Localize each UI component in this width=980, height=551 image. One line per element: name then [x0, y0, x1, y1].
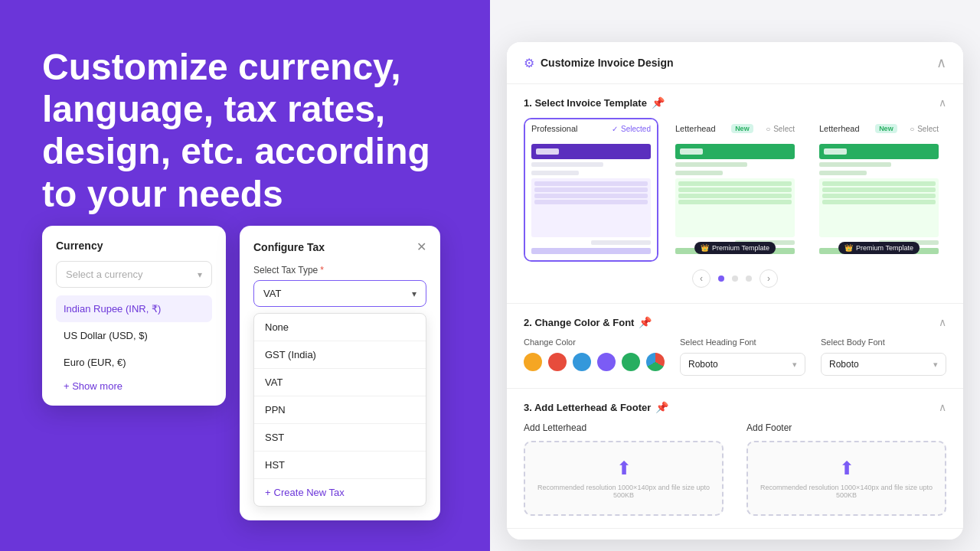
template-professional-name: Professional	[531, 124, 578, 133]
carousel-dot-2[interactable]	[732, 276, 738, 282]
carousel-dot-1[interactable]	[718, 276, 724, 282]
inv-table-row-4	[534, 200, 648, 204]
pdf-config-section: Final PDF Configurations ✓ Show Letterhe…	[507, 529, 963, 540]
heading-font-label: Select Heading Font	[680, 337, 805, 347]
add-letterhead-col: Add Letterhead ⬆ Recommended resolution …	[524, 422, 724, 516]
template-letterhead-1[interactable]: Letterhead New ○ Select	[668, 118, 802, 262]
pin-icon: 📌	[652, 96, 665, 109]
section-3-title: 3. Add Letterhead & Footer 📌	[524, 401, 668, 413]
upload-footer-icon: ⬆	[839, 458, 854, 479]
body-font-label: Select Body Font	[821, 337, 946, 347]
template-letterhead-1-preview: 👑 Premium Template	[669, 138, 801, 260]
tax-option-hst[interactable]: HST	[254, 452, 426, 479]
letterhead-upload-hint: Recommended resolution 1000×140px and fi…	[533, 484, 714, 499]
template-letterhead-2-preview: 👑 Premium Template	[813, 138, 945, 260]
select-action-2: ○ Select	[910, 125, 939, 133]
inv-table-3	[819, 178, 939, 237]
currency-option-eur[interactable]: Euro (EUR, €)	[56, 349, 212, 376]
carousel-prev[interactable]: ‹	[692, 269, 710, 288]
swatch-red[interactable]	[548, 353, 567, 371]
swatch-orange[interactable]	[524, 353, 542, 371]
tax-card-header: Configure Tax ✕	[253, 240, 426, 254]
template-professional[interactable]: Professional ✓ Selected	[524, 118, 658, 262]
template-letterhead-2[interactable]: Letterhead New ○ Select	[812, 118, 946, 262]
heading-font-select[interactable]: Roboto ▾	[680, 353, 805, 376]
body-font-select[interactable]: Roboto ▾	[821, 353, 946, 376]
inv-table-row-8	[678, 200, 792, 204]
letterhead-section: 3. Add Letterhead & Footer 📌 ∧ Add Lette…	[507, 389, 963, 529]
inv-table-row-3	[534, 194, 648, 198]
swatch-green[interactable]	[622, 353, 640, 371]
inv-row-8	[819, 171, 867, 175]
currency-options-list: Indian Rupee (INR, ₹) US Dollar (USD, $)…	[56, 295, 212, 376]
carousel-dot-3[interactable]	[746, 276, 752, 282]
collapse-icon[interactable]: ∧	[936, 54, 946, 71]
section-1-title: 1. Select Invoice Template 📌	[524, 96, 665, 109]
template-professional-preview	[525, 138, 657, 260]
tax-option-gst[interactable]: GST (India)	[254, 341, 426, 369]
show-more-link[interactable]: + Show more	[56, 380, 212, 392]
tax-type-dropdown[interactable]: VAT ▾	[253, 280, 426, 307]
currency-dropdown[interactable]: Select a currency ▾	[56, 261, 212, 288]
section-collapse-icon[interactable]: ∧	[939, 96, 946, 109]
section-3-header: 3. Add Letterhead & Footer 📌 ∧	[524, 401, 946, 413]
color-swatches	[524, 353, 665, 371]
inv-logo-3	[824, 148, 847, 155]
currency-card-title: Currency	[56, 240, 212, 252]
tax-option-sst[interactable]: SST	[254, 424, 426, 452]
check-icon: ✓	[612, 125, 618, 133]
section-1-header: 1. Select Invoice Template 📌 ∧	[524, 96, 946, 109]
chevron-down-icon-3: ▾	[792, 360, 797, 370]
inv-row-3	[591, 240, 651, 245]
upload-letterhead-area[interactable]: ⬆ Recommended resolution 1000×140px and …	[524, 441, 724, 516]
inv-table-row-12	[822, 200, 936, 204]
swatch-blue[interactable]	[573, 353, 591, 371]
inv-table-row-9	[822, 181, 936, 186]
currency-placeholder: Select a currency	[66, 269, 142, 280]
letterhead-grid: Add Letterhead ⬆ Recommended resolution …	[524, 422, 946, 516]
select-action: ○ Select	[766, 125, 795, 133]
selected-badge: ✓ Selected	[612, 125, 651, 133]
swatch-purple[interactable]	[597, 353, 616, 371]
inv-table-2	[675, 178, 795, 237]
add-footer-col: Add Footer ⬆ Recommended resolution 1000…	[746, 422, 946, 516]
inv-table-row-10	[822, 187, 936, 192]
currency-option-inr[interactable]: Indian Rupee (INR, ₹)	[56, 295, 212, 322]
modal-header-left: ⚙ Customize Invoice Design	[524, 56, 673, 70]
section-3-collapse[interactable]: ∧	[939, 401, 946, 413]
inv-row-5	[675, 171, 723, 175]
upload-footer-area[interactable]: ⬆ Recommended resolution 1000×140px and …	[746, 441, 946, 516]
section-2-collapse[interactable]: ∧	[939, 316, 946, 328]
upload-icon: ⬆	[616, 458, 632, 479]
currency-option-usd[interactable]: US Dollar (USD, $)	[56, 322, 212, 349]
color-font-grid: Change Color Select Heading Font Roboto	[524, 337, 946, 376]
swatch-multicolor[interactable]	[646, 353, 665, 371]
tax-option-none[interactable]: None	[254, 314, 426, 341]
chevron-down-icon: ▾	[198, 269, 202, 280]
carousel-next[interactable]: ›	[760, 269, 778, 288]
cards-area: Currency Select a currency ▾ Indian Rupe…	[42, 226, 459, 520]
body-font-value: Roboto	[829, 359, 859, 370]
carousel-controls: ‹ ›	[524, 262, 946, 291]
create-new-tax-button[interactable]: + Create New Tax	[254, 479, 426, 506]
premium-badge-2: 👑 Premium Template	[838, 242, 920, 254]
modal-header: ⚙ Customize Invoice Design ∧	[507, 42, 963, 84]
inv-row-7	[819, 162, 891, 167]
inv-table-row-6	[678, 187, 792, 192]
modal-title: Customize Invoice Design	[541, 57, 673, 69]
body-font-col: Select Body Font Roboto ▾	[821, 337, 946, 376]
tax-card: Configure Tax ✕ Select Tax Type* VAT ▾ N…	[240, 226, 440, 520]
right-panel: ⚙ Customize Invoice Design ∧ 1. Select I…	[490, 0, 980, 551]
tax-option-ppn[interactable]: PPN	[254, 396, 426, 424]
add-letterhead-label: Add Letterhead	[524, 422, 724, 433]
new-badge-2: New	[875, 124, 897, 133]
plus-icon: +	[265, 487, 271, 498]
close-button[interactable]: ✕	[416, 240, 426, 254]
template-letterhead-1-name: Letterhead	[675, 124, 716, 133]
add-footer-label: Add Footer	[746, 422, 946, 433]
tax-option-vat[interactable]: VAT	[254, 369, 426, 396]
inv-logo-2	[680, 148, 703, 155]
template-professional-label: Professional ✓ Selected	[525, 119, 657, 138]
inv-row-1	[531, 162, 603, 167]
inv-logo	[536, 148, 559, 155]
